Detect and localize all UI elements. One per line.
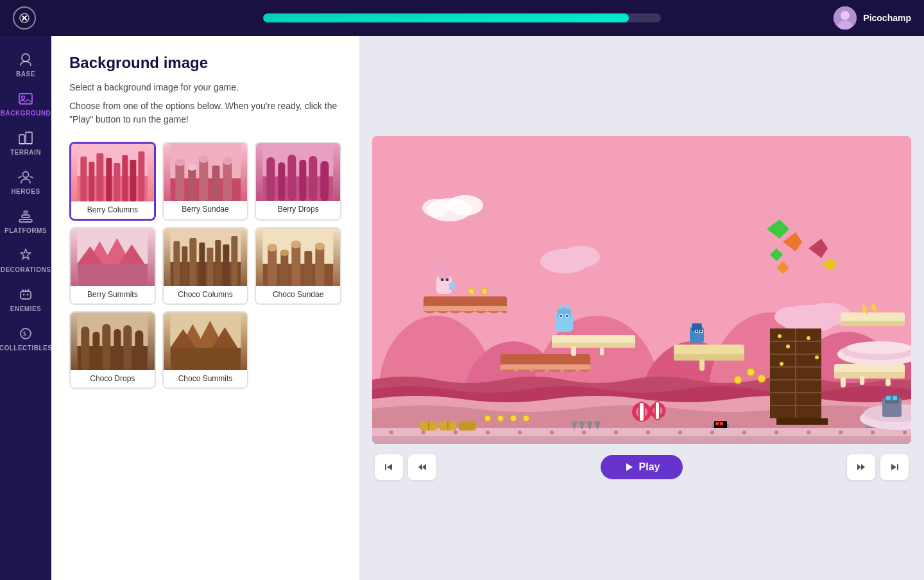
panel-title: Background image [69, 54, 341, 72]
svg-rect-61 [199, 243, 205, 286]
svg-rect-82 [114, 329, 121, 370]
bg-option-berry-summits[interactable]: Berry Summits [69, 227, 156, 305]
svg-rect-86 [170, 348, 241, 370]
play-button[interactable]: Play [601, 455, 683, 479]
svg-rect-49 [321, 161, 329, 201]
svg-rect-122 [552, 343, 635, 348]
svg-marker-237 [626, 463, 633, 471]
rewind-button[interactable] [408, 454, 436, 480]
sidebar-label-decorations: DECORATIONS [1, 266, 51, 273]
svg-rect-233 [385, 464, 386, 470]
sidebar-item-heroes[interactable]: HEROES [1, 164, 50, 200]
bg-option-berry-columns[interactable]: Berry Columns [69, 142, 156, 221]
svg-rect-228 [567, 303, 570, 309]
svg-point-12 [23, 172, 29, 178]
svg-point-36 [187, 164, 196, 171]
svg-point-136 [807, 336, 810, 340]
svg-point-71 [280, 250, 289, 256]
svg-rect-7 [19, 94, 32, 104]
fast-forward-button[interactable] [847, 454, 875, 480]
svg-rect-35 [188, 167, 196, 201]
svg-rect-118 [449, 282, 456, 290]
topbar: Picochamp [0, 0, 924, 36]
svg-point-201 [774, 431, 778, 434]
sidebar-item-enemies[interactable]: ENEMIES [1, 281, 50, 318]
progress-bar-container [263, 13, 661, 22]
svg-point-209 [523, 415, 529, 422]
svg-point-203 [839, 431, 843, 434]
main-layout: BASE BACKGROUND TERRAIN HE [0, 36, 924, 580]
svg-point-195 [582, 431, 586, 434]
svg-point-194 [550, 431, 554, 434]
sidebar-item-platforms[interactable]: PLATFORMS [1, 203, 50, 239]
svg-rect-169 [715, 422, 719, 425]
svg-rect-28 [122, 155, 128, 201]
skip-back-button[interactable] [375, 454, 403, 480]
svg-rect-57 [170, 262, 241, 286]
close-button[interactable] [13, 6, 36, 30]
svg-point-164 [734, 376, 742, 384]
bg-option-berry-sundae[interactable]: Berry Sundae [162, 142, 249, 221]
svg-point-34 [175, 158, 185, 166]
sidebar-item-background[interactable]: BACKGROUND [1, 85, 50, 122]
svg-rect-155 [700, 330, 702, 332]
bg-label-berry-columns: Berry Columns [71, 201, 154, 219]
bg-label-choco-sundae: Choco Sundae [256, 286, 340, 303]
skip-forward-button[interactable] [880, 454, 909, 480]
svg-rect-37 [199, 159, 208, 201]
svg-rect-83 [123, 325, 132, 370]
svg-rect-60 [189, 238, 196, 286]
bg-option-berry-drops[interactable]: Berry Drops [255, 142, 341, 221]
svg-rect-161 [639, 402, 644, 422]
controls-left [375, 454, 436, 480]
svg-point-135 [786, 345, 790, 348]
svg-rect-25 [96, 153, 103, 201]
svg-point-192 [486, 431, 490, 434]
svg-rect-163 [655, 402, 660, 420]
sidebar-label-enemies: ENEMIES [10, 305, 42, 312]
svg-marker-236 [422, 464, 426, 470]
sidebar-item-collectibles[interactable]: $ COLLECTIBLES [1, 320, 50, 357]
svg-rect-149 [699, 359, 705, 371]
bg-option-choco-sundae[interactable]: Choco Sundae [255, 227, 341, 305]
bg-option-choco-drops[interactable]: Choco Drops [69, 311, 156, 389]
svg-point-100 [447, 195, 483, 216]
svg-point-137 [815, 355, 819, 359]
svg-point-8 [22, 96, 25, 99]
svg-marker-240 [891, 464, 896, 470]
svg-point-101 [422, 199, 450, 217]
svg-point-4 [841, 11, 850, 20]
svg-point-73 [291, 241, 302, 248]
sidebar-label-terrain: TERRAIN [10, 149, 41, 156]
svg-rect-13 [19, 219, 32, 222]
sidebar: BASE BACKGROUND TERRAIN HE [0, 36, 51, 580]
bg-option-choco-summits[interactable]: Choco Summits [162, 311, 249, 389]
svg-rect-62 [207, 248, 213, 286]
bg-option-choco-columns[interactable]: Choco Columns [162, 227, 249, 305]
bg-label-berry-drops: Berry Drops [256, 201, 340, 218]
svg-rect-142 [860, 376, 864, 385]
svg-rect-48 [309, 156, 318, 201]
svg-rect-45 [278, 162, 286, 201]
svg-point-199 [710, 431, 714, 434]
bg-label-berry-summits: Berry Summits [71, 286, 155, 303]
svg-rect-123 [571, 346, 576, 356]
svg-rect-215 [893, 396, 897, 400]
svg-point-208 [510, 415, 517, 422]
sidebar-item-terrain[interactable]: TERRAIN [1, 124, 50, 161]
svg-point-146 [847, 341, 911, 354]
svg-rect-51 [77, 264, 148, 286]
sidebar-item-base[interactable]: BASE [1, 46, 50, 83]
svg-point-41 [222, 157, 232, 165]
svg-rect-70 [281, 253, 289, 286]
svg-marker-234 [387, 464, 392, 470]
svg-rect-218 [459, 422, 475, 431]
sidebar-item-decorations[interactable]: DECORATIONS [1, 242, 50, 278]
svg-rect-116 [441, 278, 443, 281]
svg-rect-26 [106, 158, 112, 201]
svg-rect-75 [316, 246, 325, 286]
svg-rect-59 [182, 246, 187, 286]
svg-rect-148 [674, 354, 744, 361]
svg-point-207 [497, 415, 504, 422]
svg-rect-140 [834, 372, 905, 379]
